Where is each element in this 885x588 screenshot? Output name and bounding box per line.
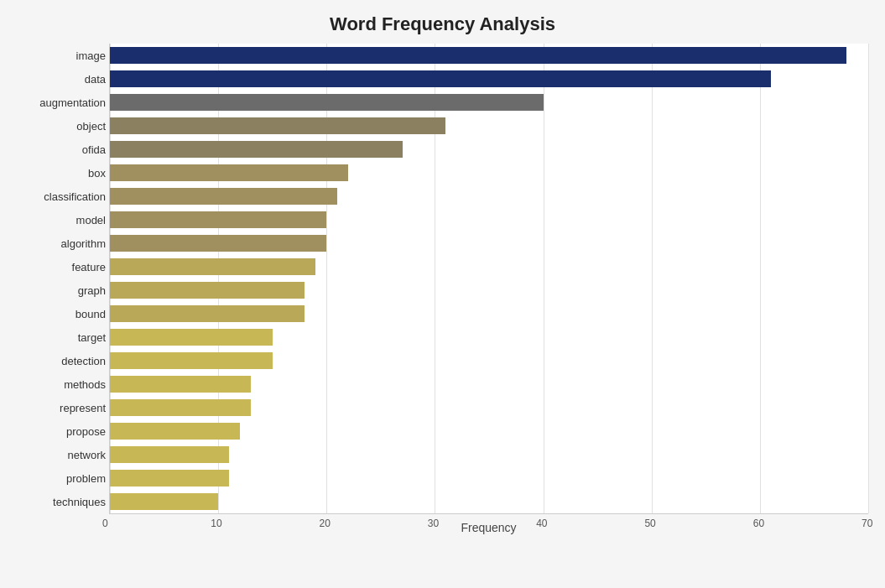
bar [110, 235, 326, 252]
y-label: techniques [17, 491, 106, 514]
bar [110, 470, 229, 487]
plot-area: imagedataaugmentationobjectofidaboxclass… [17, 44, 868, 514]
bar-row [110, 255, 868, 278]
y-label: graph [17, 278, 106, 302]
bar [110, 141, 403, 158]
y-label: network [17, 444, 106, 467]
bar-row [110, 185, 868, 208]
bar [110, 352, 273, 369]
bars-area [109, 44, 868, 514]
y-label: augmentation [17, 91, 106, 114]
x-tick: 20 [320, 518, 331, 529]
grid-line [868, 44, 869, 513]
x-tick: 40 [536, 518, 547, 529]
bar-row [110, 232, 868, 255]
chart-title: Word Frequency Analysis [17, 8, 868, 35]
y-label: model [17, 208, 106, 232]
y-label: algorithm [17, 232, 106, 255]
bar [110, 94, 544, 111]
bar-row [110, 67, 868, 91]
bar-row [110, 91, 868, 114]
bar-row [110, 490, 868, 513]
y-label: box [17, 161, 106, 185]
bar [110, 47, 846, 64]
x-tick: 0 [102, 518, 108, 529]
y-label: problem [17, 467, 106, 491]
chart-container: Word Frequency Analysis imagedataaugment… [0, 0, 885, 588]
x-tick: 30 [428, 518, 439, 529]
bar [110, 258, 315, 275]
bar [110, 423, 240, 440]
bar-row [110, 443, 868, 466]
bar [110, 329, 273, 346]
bar [110, 70, 771, 87]
bar-row [110, 396, 868, 419]
x-tick: 60 [753, 518, 764, 529]
y-label: image [17, 44, 106, 67]
y-label: classification [17, 185, 106, 208]
bar-row [110, 208, 868, 232]
bar [110, 399, 251, 416]
bar [110, 376, 251, 393]
bar-row [110, 372, 868, 396]
y-labels: imagedataaugmentationobjectofidaboxclass… [17, 44, 109, 514]
y-label: ofida [17, 138, 106, 161]
bar [110, 188, 337, 205]
bar [110, 211, 326, 228]
bar-row [110, 114, 868, 138]
bar [110, 446, 229, 463]
bar-row [110, 278, 868, 302]
y-label: object [17, 114, 106, 138]
x-tick: 70 [862, 518, 872, 529]
bar [110, 117, 445, 134]
bar-row [110, 302, 868, 325]
x-tick: 10 [211, 518, 221, 529]
bar-row [110, 44, 868, 67]
x-tick: 50 [644, 518, 655, 529]
x-axis: 010203040506070 [109, 514, 868, 518]
bar [110, 493, 218, 510]
bar [110, 305, 305, 322]
y-label: bound [17, 303, 106, 326]
y-label: propose [17, 420, 106, 444]
y-label: methods [17, 373, 106, 397]
bar-row [110, 466, 868, 490]
bar [110, 164, 348, 181]
y-label: feature [17, 255, 106, 278]
y-label: detection [17, 350, 106, 373]
y-label: represent [17, 397, 106, 420]
bar-row [110, 419, 868, 443]
y-label: data [17, 67, 106, 91]
y-label: target [17, 326, 106, 350]
bar-row [110, 325, 868, 349]
bar [110, 282, 305, 299]
chart-area: imagedataaugmentationobjectofidaboxclass… [17, 44, 868, 523]
bar-row [110, 349, 868, 372]
bar-row [110, 161, 868, 185]
bar-row [110, 138, 868, 161]
